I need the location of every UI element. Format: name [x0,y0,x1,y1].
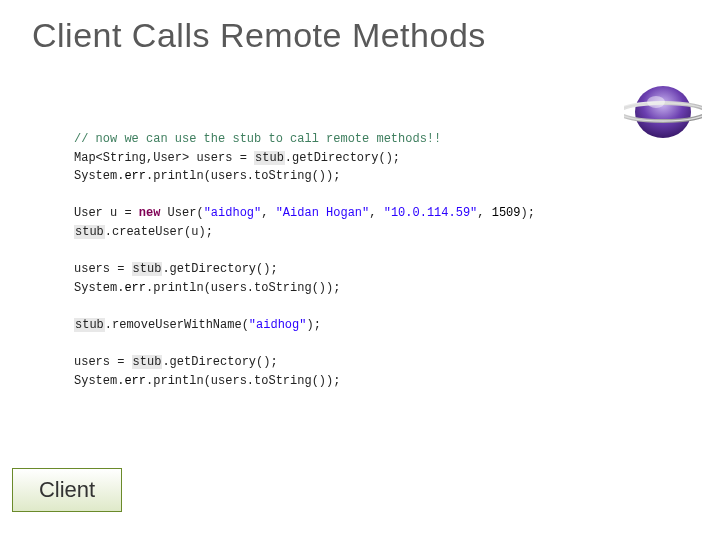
code-string: "aidhog" [249,318,307,332]
code-text: System. [74,169,124,183]
client-label: Client [39,477,95,503]
code-text: users = [74,355,132,369]
code-text: .getDirectory(); [162,355,277,369]
code-text: .println(users.toString()); [146,374,340,388]
code-text: .println(users.toString()); [146,169,340,183]
code-err: err [124,169,146,183]
code-text: .removeUserWithName( [105,318,249,332]
code-comment: // now we can use the stub to call remot… [74,132,441,146]
code-text: User u = [74,206,139,220]
slide-title: Client Calls Remote Methods [32,16,486,55]
code-text: , [477,206,491,220]
code-text: , [261,206,275,220]
code-stub: stub [74,225,105,239]
code-text: .getDirectory(); [162,262,277,276]
code-text: users = [74,262,132,276]
code-stub: stub [74,318,105,332]
code-stub: stub [132,262,163,276]
code-string: "10.0.114.59" [384,206,478,220]
code-string: "aidhog" [204,206,262,220]
svg-point-3 [647,96,665,108]
svg-point-0 [635,86,691,138]
code-keyword: new [139,206,161,220]
code-string: "Aidan Hogan" [276,206,370,220]
code-err: err [124,281,146,295]
code-text: ); [521,206,535,220]
code-text: ); [306,318,320,332]
eclipse-logo-icon [624,80,702,142]
code-stub: stub [132,355,163,369]
code-text: User( [160,206,203,220]
code-text: .println(users.toString()); [146,281,340,295]
code-text: , [369,206,383,220]
code-block: // now we can use the stub to call remot… [74,130,535,390]
code-number: 1509 [492,206,521,220]
code-err: err [124,374,146,388]
code-stub: stub [254,151,285,165]
code-text: System. [74,281,124,295]
client-box: Client [12,468,122,512]
code-text: .createUser(u); [105,225,213,239]
code-text: .getDirectory(); [285,151,400,165]
code-text: System. [74,374,124,388]
code-text: Map<String,User> users = [74,151,254,165]
